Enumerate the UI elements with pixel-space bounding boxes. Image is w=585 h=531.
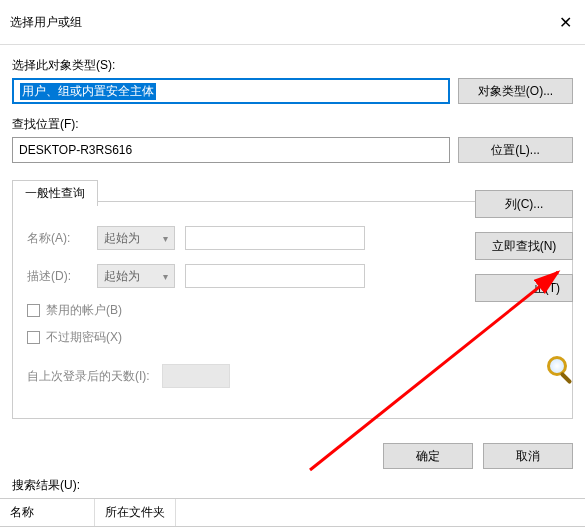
object-type-value: 用户、组或内置安全主体 bbox=[20, 83, 156, 100]
locations-button[interactable]: 位置(L)... bbox=[458, 137, 573, 163]
desc-match-combo[interactable]: 起始为 ▾ bbox=[97, 264, 175, 288]
noexpire-password-label: 不过期密码(X) bbox=[46, 329, 122, 346]
right-button-column: 列(C)... 立即查找(N) 止(T) bbox=[475, 190, 573, 388]
columns-button[interactable]: 列(C)... bbox=[475, 190, 573, 218]
name-match-combo[interactable]: 起始为 ▾ bbox=[97, 226, 175, 250]
object-types-button[interactable]: 对象类型(O)... bbox=[458, 78, 573, 104]
close-icon: ✕ bbox=[559, 13, 572, 32]
find-now-button[interactable]: 立即查找(N) bbox=[475, 232, 573, 260]
location-label: 查找位置(F): bbox=[12, 116, 573, 133]
desc-label: 描述(D): bbox=[27, 268, 87, 285]
window-title: 选择用户或组 bbox=[10, 14, 82, 31]
titlebar: 选择用户或组 ✕ bbox=[0, 0, 585, 45]
dialog-buttons: 确定 取消 bbox=[0, 433, 585, 475]
name-input[interactable] bbox=[185, 226, 365, 250]
column-folder[interactable]: 所在文件夹 bbox=[95, 499, 176, 526]
days-since-logon-field[interactable] bbox=[162, 364, 230, 388]
ok-button[interactable]: 确定 bbox=[383, 443, 473, 469]
cancel-button[interactable]: 取消 bbox=[483, 443, 573, 469]
object-type-field[interactable]: 用户、组或内置安全主体 bbox=[12, 78, 450, 104]
close-button[interactable]: ✕ bbox=[545, 8, 585, 36]
stop-button[interactable]: 止(T) bbox=[475, 274, 573, 302]
chevron-down-icon: ▾ bbox=[163, 233, 168, 244]
noexpire-password-checkbox[interactable] bbox=[27, 331, 40, 344]
location-field[interactable]: DESKTOP-R3RS616 bbox=[12, 137, 450, 163]
chevron-down-icon: ▾ bbox=[163, 271, 168, 282]
column-name[interactable]: 名称 bbox=[0, 499, 95, 526]
location-value: DESKTOP-R3RS616 bbox=[19, 143, 132, 157]
results-header: 名称 所在文件夹 bbox=[0, 498, 585, 527]
object-type-label: 选择此对象类型(S): bbox=[12, 57, 573, 74]
desc-input[interactable] bbox=[185, 264, 365, 288]
search-results-label: 搜索结果(U): bbox=[0, 475, 585, 496]
days-since-logon-label: 自上次登录后的天数(I): bbox=[27, 368, 150, 385]
disabled-accounts-checkbox[interactable] bbox=[27, 304, 40, 317]
disabled-accounts-label: 禁用的帐户(B) bbox=[46, 302, 122, 319]
search-icon bbox=[531, 356, 573, 388]
tab-general[interactable]: 一般性查询 bbox=[12, 180, 98, 206]
name-label: 名称(A): bbox=[27, 230, 87, 247]
